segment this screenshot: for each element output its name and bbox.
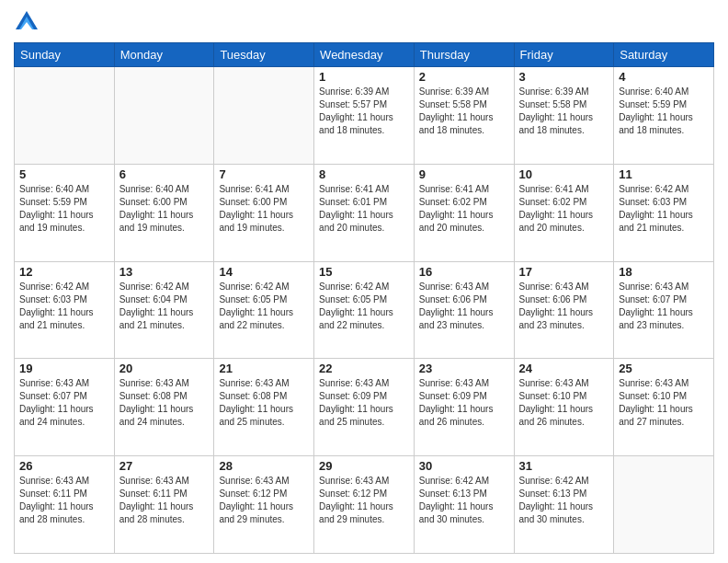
day-header-friday: Friday — [514, 43, 614, 67]
calendar-cell: 31Sunrise: 6:42 AMSunset: 6:13 PMDayligh… — [514, 456, 614, 554]
day-header-wednesday: Wednesday — [314, 43, 415, 67]
week-row-5: 26Sunrise: 6:43 AMSunset: 6:11 PMDayligh… — [15, 456, 714, 554]
logo — [14, 9, 43, 35]
calendar-cell: 29Sunrise: 6:43 AMSunset: 6:12 PMDayligh… — [314, 456, 415, 554]
day-number: 4 — [619, 70, 709, 84]
day-info: Sunrise: 6:41 AMSunset: 6:02 PMDaylight:… — [519, 183, 609, 235]
day-info: Sunrise: 6:39 AMSunset: 5:58 PMDaylight:… — [519, 86, 609, 137]
day-number: 24 — [519, 362, 609, 375]
day-info: Sunrise: 6:43 AMSunset: 6:11 PMDaylight:… — [119, 475, 210, 526]
day-info: Sunrise: 6:40 AMSunset: 5:59 PMDaylight:… — [619, 86, 709, 137]
calendar-cell: 3Sunrise: 6:39 AMSunset: 5:58 PMDaylight… — [514, 67, 614, 165]
page: SundayMondayTuesdayWednesdayThursdayFrid… — [0, 0, 728, 563]
calendar-cell: 14Sunrise: 6:42 AMSunset: 6:05 PMDayligh… — [214, 261, 314, 359]
day-info: Sunrise: 6:43 AMSunset: 6:10 PMDaylight:… — [519, 377, 609, 429]
calendar-cell: 26Sunrise: 6:43 AMSunset: 6:11 PMDayligh… — [15, 456, 115, 554]
calendar-cell — [214, 67, 314, 165]
day-headers-row: SundayMondayTuesdayWednesdayThursdayFrid… — [15, 43, 714, 67]
day-number: 21 — [219, 362, 309, 375]
day-number: 3 — [519, 70, 609, 84]
calendar-cell — [614, 456, 714, 554]
day-info: Sunrise: 6:43 AMSunset: 6:09 PMDaylight:… — [419, 377, 509, 429]
calendar-cell: 22Sunrise: 6:43 AMSunset: 6:09 PMDayligh… — [314, 359, 415, 456]
day-info: Sunrise: 6:42 AMSunset: 6:03 PMDaylight:… — [19, 281, 109, 332]
day-number: 8 — [319, 167, 409, 181]
day-number: 6 — [119, 167, 210, 181]
day-info: Sunrise: 6:42 AMSunset: 6:05 PMDaylight:… — [319, 281, 409, 332]
day-number: 25 — [619, 362, 709, 375]
calendar-cell: 9Sunrise: 6:41 AMSunset: 6:02 PMDaylight… — [414, 164, 514, 261]
calendar-cell: 8Sunrise: 6:41 AMSunset: 6:01 PMDaylight… — [314, 164, 415, 261]
day-info: Sunrise: 6:43 AMSunset: 6:10 PMDaylight:… — [619, 377, 709, 429]
week-row-4: 19Sunrise: 6:43 AMSunset: 6:07 PMDayligh… — [15, 359, 714, 456]
day-header-thursday: Thursday — [414, 43, 514, 67]
day-info: Sunrise: 6:39 AMSunset: 5:58 PMDaylight:… — [419, 86, 509, 137]
calendar-cell: 15Sunrise: 6:42 AMSunset: 6:05 PMDayligh… — [314, 261, 415, 359]
calendar-cell: 28Sunrise: 6:43 AMSunset: 6:12 PMDayligh… — [214, 456, 314, 554]
day-number: 9 — [419, 167, 509, 181]
day-number: 5 — [19, 167, 109, 181]
day-number: 26 — [19, 459, 109, 473]
day-info: Sunrise: 6:42 AMSunset: 6:05 PMDaylight:… — [219, 281, 309, 332]
day-number: 2 — [419, 70, 509, 84]
day-header-tuesday: Tuesday — [214, 43, 314, 67]
calendar-cell: 13Sunrise: 6:42 AMSunset: 6:04 PMDayligh… — [114, 261, 214, 359]
calendar-cell: 21Sunrise: 6:43 AMSunset: 6:08 PMDayligh… — [214, 359, 314, 456]
day-header-monday: Monday — [114, 43, 214, 67]
day-number: 13 — [119, 265, 210, 279]
calendar-cell: 20Sunrise: 6:43 AMSunset: 6:08 PMDayligh… — [114, 359, 214, 456]
day-info: Sunrise: 6:43 AMSunset: 6:08 PMDaylight:… — [119, 377, 210, 429]
day-number: 7 — [219, 167, 309, 181]
calendar-cell: 2Sunrise: 6:39 AMSunset: 5:58 PMDaylight… — [414, 67, 514, 165]
header — [14, 9, 714, 35]
day-number: 22 — [319, 362, 409, 375]
calendar-cell — [114, 67, 214, 165]
calendar-table: SundayMondayTuesdayWednesdayThursdayFrid… — [14, 42, 714, 554]
day-info: Sunrise: 6:43 AMSunset: 6:12 PMDaylight:… — [319, 475, 409, 526]
calendar-cell: 30Sunrise: 6:42 AMSunset: 6:13 PMDayligh… — [414, 456, 514, 554]
calendar-cell: 17Sunrise: 6:43 AMSunset: 6:06 PMDayligh… — [514, 261, 614, 359]
day-number: 27 — [119, 459, 210, 473]
day-number: 23 — [419, 362, 509, 375]
day-info: Sunrise: 6:40 AMSunset: 6:00 PMDaylight:… — [119, 183, 210, 235]
calendar-cell: 12Sunrise: 6:42 AMSunset: 6:03 PMDayligh… — [15, 261, 115, 359]
calendar-cell: 7Sunrise: 6:41 AMSunset: 6:00 PMDaylight… — [214, 164, 314, 261]
day-info: Sunrise: 6:39 AMSunset: 5:57 PMDaylight:… — [319, 86, 409, 137]
calendar-cell: 18Sunrise: 6:43 AMSunset: 6:07 PMDayligh… — [614, 261, 714, 359]
calendar-cell: 16Sunrise: 6:43 AMSunset: 6:06 PMDayligh… — [414, 261, 514, 359]
day-info: Sunrise: 6:42 AMSunset: 6:04 PMDaylight:… — [119, 281, 210, 332]
day-number: 10 — [519, 167, 609, 181]
day-number: 28 — [219, 459, 309, 473]
day-info: Sunrise: 6:42 AMSunset: 6:03 PMDaylight:… — [619, 183, 709, 235]
week-row-1: 1Sunrise: 6:39 AMSunset: 5:57 PMDaylight… — [15, 67, 714, 165]
day-number: 20 — [119, 362, 210, 375]
day-info: Sunrise: 6:43 AMSunset: 6:06 PMDaylight:… — [419, 281, 509, 332]
day-info: Sunrise: 6:43 AMSunset: 6:08 PMDaylight:… — [219, 377, 309, 429]
day-number: 15 — [319, 265, 409, 279]
day-info: Sunrise: 6:42 AMSunset: 6:13 PMDaylight:… — [519, 475, 609, 526]
calendar-cell: 1Sunrise: 6:39 AMSunset: 5:57 PMDaylight… — [314, 67, 415, 165]
calendar-cell: 27Sunrise: 6:43 AMSunset: 6:11 PMDayligh… — [114, 456, 214, 554]
day-header-sunday: Sunday — [15, 43, 115, 67]
day-number: 17 — [519, 265, 609, 279]
day-number: 19 — [19, 362, 109, 375]
week-row-2: 5Sunrise: 6:40 AMSunset: 5:59 PMDaylight… — [15, 164, 714, 261]
calendar-cell: 10Sunrise: 6:41 AMSunset: 6:02 PMDayligh… — [514, 164, 614, 261]
day-number: 31 — [519, 459, 609, 473]
day-number: 30 — [419, 459, 509, 473]
day-number: 12 — [19, 265, 109, 279]
calendar-cell: 5Sunrise: 6:40 AMSunset: 5:59 PMDaylight… — [15, 164, 115, 261]
day-info: Sunrise: 6:43 AMSunset: 6:09 PMDaylight:… — [319, 377, 409, 429]
day-info: Sunrise: 6:43 AMSunset: 6:11 PMDaylight:… — [19, 475, 109, 526]
calendar-cell: 25Sunrise: 6:43 AMSunset: 6:10 PMDayligh… — [614, 359, 714, 456]
calendar-cell — [15, 67, 115, 165]
day-number: 11 — [619, 167, 709, 181]
day-info: Sunrise: 6:41 AMSunset: 6:01 PMDaylight:… — [319, 183, 409, 235]
calendar-cell: 11Sunrise: 6:42 AMSunset: 6:03 PMDayligh… — [614, 164, 714, 261]
day-info: Sunrise: 6:41 AMSunset: 6:00 PMDaylight:… — [219, 183, 309, 235]
day-info: Sunrise: 6:41 AMSunset: 6:02 PMDaylight:… — [419, 183, 509, 235]
day-info: Sunrise: 6:43 AMSunset: 6:12 PMDaylight:… — [219, 475, 309, 526]
calendar-cell: 23Sunrise: 6:43 AMSunset: 6:09 PMDayligh… — [414, 359, 514, 456]
day-info: Sunrise: 6:42 AMSunset: 6:13 PMDaylight:… — [419, 475, 509, 526]
week-row-3: 12Sunrise: 6:42 AMSunset: 6:03 PMDayligh… — [15, 261, 714, 359]
